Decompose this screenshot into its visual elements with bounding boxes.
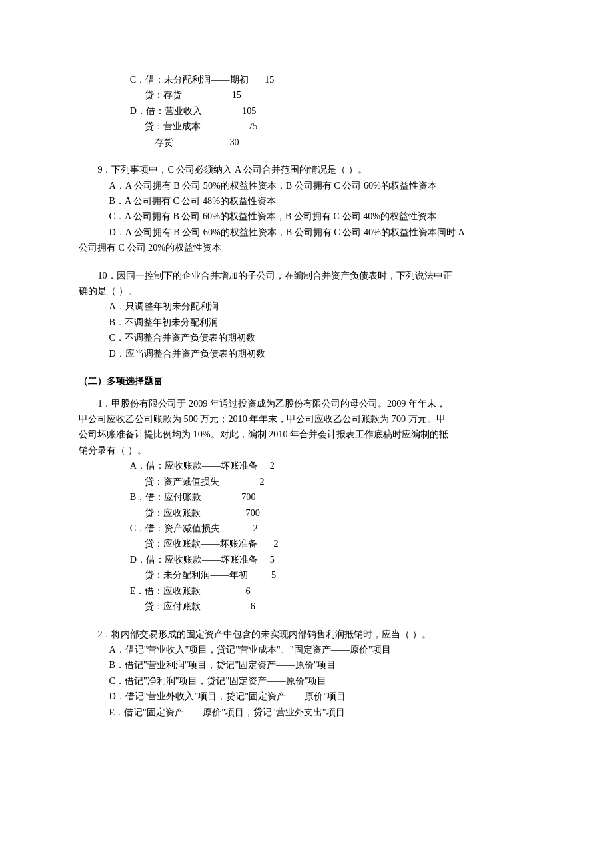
section-2-heading: （二）多项选择题畐 xyxy=(79,373,534,389)
m1-d-dr: 借：应收账款——坏账准备 xyxy=(146,554,258,565)
option-d-label: D． xyxy=(130,105,146,116)
m1-d-label: D． xyxy=(130,554,146,565)
m1-e-dr: 借：应收账款 xyxy=(145,585,201,596)
option-c-credit-line: 贷：存货 15 xyxy=(145,87,534,103)
m1-c-cr-amt: 2 xyxy=(273,538,278,549)
question-10: 10．因同一控制下的企业合并增加的子公司，在编制合并资产负债表时，下列说法中正 … xyxy=(79,268,534,362)
option-c-entry: C．借：未分配利润——期初 15 贷：存货 15 D．借：营业收入 105 贷：… xyxy=(79,72,534,150)
m1-e-label: E． xyxy=(130,585,145,596)
m1-e-cr: 贷：应付账款 xyxy=(145,601,201,611)
m1-c-debit: C．借：资产减值损失 2 xyxy=(130,521,534,536)
m1-c-label: C． xyxy=(130,523,145,533)
m1-c-credit: 贷：应收账款——坏账准备 2 xyxy=(145,536,534,551)
m1-b-dr: 借：应付账款 xyxy=(145,491,201,502)
q9-stem: 9．下列事项中，C 公司必须纳入 A 公司合并范围的情况是（ ）。 xyxy=(79,162,534,177)
m1-d-cr-amt: 5 xyxy=(271,569,276,580)
q9-option-c: C．A 公司拥有 B 公司 60%的权益性资本，B 公司拥有 C 公司 40%的… xyxy=(109,209,534,224)
m1-b-cr-amt: 700 xyxy=(246,507,260,518)
m1-b-dr-amt: 700 xyxy=(241,491,255,502)
option-d-credit1-line: 贷：营业成本 75 xyxy=(145,119,534,134)
m1-a-cr: 贷：资产减值损失 xyxy=(145,476,219,487)
m2-option-a: A．借记"营业收入"项目，贷记"营业成本"、"固定资产——原价"项目 xyxy=(109,642,534,657)
q9-option-a: A．A 公司拥有 B 公司 50%的权益性资本，B 公司拥有 C 公司 60%的… xyxy=(109,178,534,193)
q9-option-b: B．A 公司拥有 C 公司 48%的权益性资本 xyxy=(109,193,534,209)
m1-stem-line2: 甲公司应收乙公司账款为 500 万元；2010 年年末，甲公司应收乙公司账款为 … xyxy=(79,411,534,427)
m1-stem-line4: 销分录有（ ）。 xyxy=(79,443,534,458)
option-d-credit2-text: 存货 xyxy=(145,137,173,147)
m1-c-cr: 贷：应收账款——坏账准备 xyxy=(145,538,257,549)
m1-d-cr: 贷：未分配利润——年初 xyxy=(145,569,247,580)
q10-option-d: D．应当调整合并资产负债表的期初数 xyxy=(109,346,534,361)
m1-stem-line1: 1．甲股份有限公司于 2009 年通过投资成为乙股份有限公司的母公司。2009 … xyxy=(79,396,534,411)
m1-e-credit: 贷：应付账款 6 xyxy=(145,599,534,614)
m1-c-dr-amt: 2 xyxy=(253,523,258,533)
m2-option-c: C．借记"净利润"项目，贷记"固定资产——原价"项目 xyxy=(109,673,534,689)
option-c-debit-amount: 15 xyxy=(265,74,274,85)
m1-a-credit: 贷：资产减值损失 2 xyxy=(145,474,534,489)
m1-stem-line3: 公司坏账准备计提比例均为 10%。对此，编制 2010 年合并会计报表工作底稿时… xyxy=(79,427,534,442)
option-c-debit-text: 借：未分配利润——期初 xyxy=(145,74,248,85)
option-d-debit-amount: 105 xyxy=(242,105,256,116)
m2-option-d: D．借记"营业外收入"项目，贷记"固定资产——原价"项目 xyxy=(109,689,534,704)
option-d-credit1-text: 贷：营业成本 xyxy=(145,121,201,131)
question-9: 9．下列事项中，C 公司必须纳入 A 公司合并范围的情况是（ ）。 A．A 公司… xyxy=(79,162,534,256)
q10-stem-line1: 10．因同一控制下的企业合并增加的子公司，在编制合并资产负债表时，下列说法中正 xyxy=(79,268,534,283)
option-c-credit-amount: 15 xyxy=(232,89,241,100)
m1-d-credit: 贷：未分配利润——年初 5 xyxy=(145,567,534,583)
m1-a-debit: A．借：应收账款——坏账准备 2 xyxy=(130,458,534,473)
m1-e-cr-amt: 6 xyxy=(251,601,255,611)
option-d-debit-line: D．借：营业收入 105 xyxy=(130,103,534,119)
option-d-debit-text: 借：营业收入 xyxy=(146,105,202,116)
m1-c-dr: 借：资产减值损失 xyxy=(145,523,220,533)
m1-a-label: A． xyxy=(130,460,146,471)
option-d-credit2-line: 存货 30 xyxy=(145,135,534,150)
m1-e-dr-amt: 6 xyxy=(246,585,251,596)
multi-question-2: 2．将内部交易形成的固定资产中包含的未实现内部销售利润抵销时，应当（ ）。 A．… xyxy=(79,627,534,721)
m1-e-debit: E．借：应收账款 6 xyxy=(130,583,534,599)
q10-option-b: B．不调整年初未分配利润 xyxy=(109,315,534,330)
q10-stem-line2: 确的是（ ）。 xyxy=(79,283,534,299)
m2-stem: 2．将内部交易形成的固定资产中包含的未实现内部销售利润抵销时，应当（ ）。 xyxy=(79,627,534,642)
multi-question-1: 1．甲股份有限公司于 2009 年通过投资成为乙股份有限公司的母公司。2009 … xyxy=(79,396,534,615)
option-c-debit-line: C．借：未分配利润——期初 15 xyxy=(130,72,534,87)
m1-a-dr: 借：应收账款——坏账准备 xyxy=(146,460,258,471)
option-c-label: C． xyxy=(130,74,145,85)
m1-d-debit: D．借：应收账款——坏账准备 5 xyxy=(130,552,534,567)
m1-a-cr-amt: 2 xyxy=(260,476,265,487)
q10-option-c: C．不调整合并资产负债表的期初数 xyxy=(109,330,534,345)
m2-option-b: B．借记"营业利润"项目，贷记"固定资产——原价"项目 xyxy=(109,657,534,673)
q9-option-d-line1: D．A 公司拥有 B 公司 60%的权益性资本，B 公司拥有 C 公司 40%的… xyxy=(109,225,534,240)
m1-a-dr-amt: 2 xyxy=(270,460,275,471)
m1-b-credit: 贷：应收账款 700 xyxy=(145,505,534,521)
option-d-credit2-amount: 30 xyxy=(230,137,239,147)
option-c-credit-text: 贷：存货 xyxy=(145,89,182,100)
q9-option-d-line2: 公司拥有 C 公司 20%的权益性资本 xyxy=(79,240,534,255)
m1-d-dr-amt: 5 xyxy=(270,554,275,565)
m1-b-cr: 贷：应收账款 xyxy=(145,507,201,518)
m1-b-debit: B．借：应付账款 700 xyxy=(130,489,534,505)
q10-option-a: A．只调整年初未分配利润 xyxy=(109,299,534,314)
m1-b-label: B． xyxy=(130,491,145,502)
option-d-credit1-amount: 75 xyxy=(248,121,257,131)
m2-option-e: E．借记"固定资产——原价"项目，贷记"营业外支出"项目 xyxy=(109,705,534,720)
